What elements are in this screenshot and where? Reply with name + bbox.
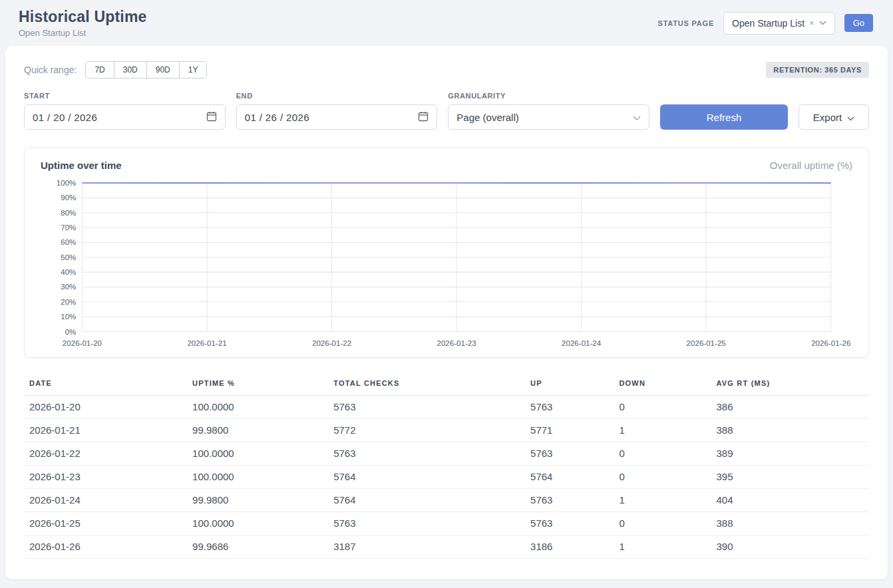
start-date-value: 01 / 20 / 2026 [33, 112, 97, 123]
table-row: 2026-01-23100.0000576457640395 [24, 465, 869, 488]
status-page-selected-value: Open Startup List [732, 18, 804, 29]
chevron-down-icon [819, 21, 826, 25]
table-cell: 1 [614, 418, 711, 442]
go-button[interactable]: Go [844, 14, 873, 32]
quick-range-button-30d[interactable]: 30D [114, 62, 146, 78]
table-body: 2026-01-20100.00005763576303862026-01-21… [24, 395, 869, 558]
table-cell: 2026-01-24 [24, 488, 187, 512]
table-cell: 5772 [328, 418, 525, 442]
table-cell: 100.0000 [187, 465, 328, 488]
table-cell: 2026-01-20 [24, 395, 187, 418]
table-cell: 0 [614, 442, 711, 465]
svg-text:20%: 20% [61, 298, 76, 306]
chevron-down-icon [847, 112, 854, 123]
table-row: 2026-01-2199.9800577257711388 [24, 418, 869, 442]
table-row: 2026-01-2699.9686318731861390 [24, 535, 869, 558]
svg-text:60%: 60% [61, 238, 76, 246]
table-cell: 99.9686 [187, 535, 328, 558]
table-row: 2026-01-20100.0000576357630386 [24, 395, 869, 418]
table-cell: 99.9800 [187, 418, 328, 442]
table-cell: 0 [614, 465, 711, 488]
quick-range-label: Quick range: [24, 65, 77, 75]
svg-text:2026-01-23: 2026-01-23 [437, 339, 476, 347]
svg-text:10%: 10% [61, 313, 76, 321]
table-cell: 1 [614, 535, 711, 558]
uptime-chart-card: Uptime over time Overall uptime (%) 0%10… [24, 147, 869, 358]
main-card: Quick range: 7D30D90D1Y RETENTION: 365 D… [5, 46, 888, 579]
svg-text:0%: 0% [65, 328, 77, 336]
table-cell: 5763 [525, 488, 614, 512]
table-cell: 3186 [525, 535, 614, 558]
chart-title: Uptime over time [41, 160, 122, 171]
title-block: Historical Uptime Open Startup List [19, 8, 147, 38]
table-cell: 388 [711, 418, 869, 442]
table-cell: 2026-01-25 [24, 512, 187, 535]
svg-text:100%: 100% [57, 179, 77, 187]
table-cell: 5763 [328, 442, 525, 465]
table-cell: 2026-01-21 [24, 418, 187, 442]
table-cell: 5771 [525, 418, 614, 442]
granularity-field: GRANULARITY Page (overall) [448, 92, 649, 130]
start-date-input[interactable]: 01 / 20 / 2026 [24, 104, 226, 130]
export-button[interactable]: Export [799, 104, 869, 130]
table-cell: 1 [614, 488, 711, 512]
calendar-icon[interactable] [418, 111, 429, 124]
table-cell: 5764 [328, 465, 525, 488]
table-column-header: TOTAL CHECKS [328, 374, 525, 396]
table-column-header: AVG RT (MS) [711, 374, 869, 396]
uptime-table: DATEUPTIME %TOTAL CHECKSUPDOWNAVG RT (MS… [24, 374, 869, 559]
quick-range-button-7d[interactable]: 7D [86, 62, 113, 78]
table-cell: 5763 [328, 395, 525, 418]
refresh-button[interactable]: Refresh [660, 104, 788, 130]
svg-text:40%: 40% [61, 268, 76, 276]
clear-icon[interactable]: × [809, 19, 814, 27]
table-column-header: DATE [24, 374, 187, 396]
page-subtitle: Open Startup List [19, 28, 147, 38]
svg-text:2026-01-22: 2026-01-22 [312, 339, 351, 347]
granularity-label: GRANULARITY [448, 92, 649, 100]
table-cell: 2026-01-26 [24, 535, 187, 558]
table-cell: 388 [711, 512, 869, 535]
table-cell: 99.9800 [187, 488, 328, 512]
table-column-header: DOWN [614, 374, 711, 396]
quick-range-button-90d[interactable]: 90D [146, 62, 179, 78]
svg-text:2026-01-21: 2026-01-21 [187, 339, 226, 347]
page-header: Historical Uptime Open Startup List STAT… [0, 0, 893, 45]
table-cell: 389 [711, 442, 869, 465]
end-date-input[interactable]: 01 / 26 / 2026 [236, 104, 438, 130]
svg-text:90%: 90% [61, 194, 76, 202]
retention-badge: RETENTION: 365 DAYS [766, 62, 869, 78]
quick-range-row: Quick range: 7D30D90D1Y RETENTION: 365 D… [24, 61, 869, 78]
table-cell: 0 [614, 512, 711, 535]
end-date-label: END [236, 92, 438, 100]
svg-text:2026-01-24: 2026-01-24 [562, 339, 602, 347]
table-cell: 395 [711, 465, 869, 488]
table-row: 2026-01-22100.0000576357630389 [24, 442, 869, 465]
quick-range-button-1y[interactable]: 1Y [179, 62, 207, 78]
granularity-select[interactable]: Page (overall) [448, 104, 649, 130]
chevron-down-icon [633, 112, 641, 123]
filter-form: START 01 / 20 / 2026 END 01 / 26 / 2026 … [24, 92, 869, 130]
table-column-header: UP [525, 374, 614, 396]
table-cell: 5764 [525, 465, 614, 488]
table-cell: 3187 [328, 535, 525, 558]
svg-text:30%: 30% [61, 283, 76, 291]
uptime-line-chart: 0%10%20%30%40%50%60%70%80%90%100%2026-01… [39, 178, 854, 351]
table-cell: 5763 [328, 512, 525, 535]
table-cell: 5763 [525, 512, 614, 535]
page-title: Historical Uptime [19, 8, 147, 26]
table-cell: 2026-01-22 [24, 442, 187, 465]
table-cell: 100.0000 [187, 395, 328, 418]
table-column-header: UPTIME % [187, 374, 328, 396]
table-cell: 5763 [525, 442, 614, 465]
header-controls: STATUS PAGE Open Startup List × Go [658, 12, 873, 35]
svg-text:70%: 70% [61, 223, 76, 231]
calendar-icon[interactable] [206, 111, 217, 124]
start-date-field: START 01 / 20 / 2026 [24, 92, 226, 130]
table-cell: 386 [711, 395, 869, 418]
table-cell: 390 [711, 535, 869, 558]
table-cell: 0 [614, 395, 711, 418]
end-date-field: END 01 / 26 / 2026 [236, 92, 438, 130]
chart-legend: Overall uptime (%) [770, 160, 852, 171]
status-page-select[interactable]: Open Startup List × [723, 12, 835, 35]
